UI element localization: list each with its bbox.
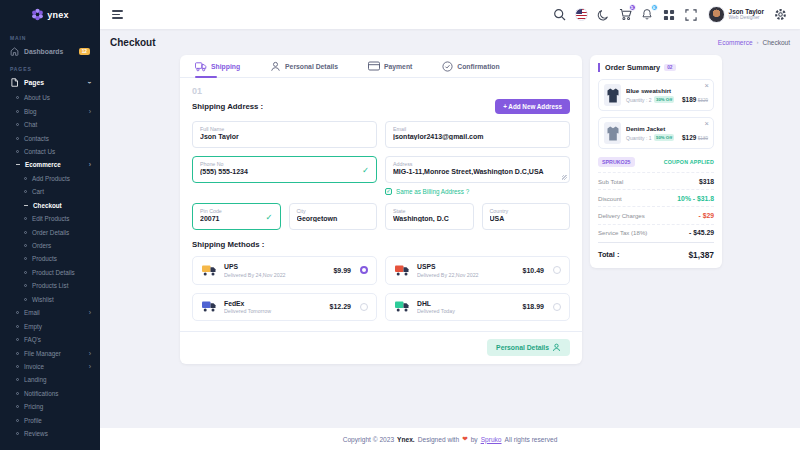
add-new-address-button[interactable]: + Add New Address xyxy=(495,99,570,114)
dark-mode-moon-icon[interactable] xyxy=(596,7,611,22)
radio-button[interactable] xyxy=(553,303,561,311)
sidebar-item-cart[interactable]: Cart xyxy=(0,185,100,198)
tab-payment[interactable]: Payment xyxy=(368,55,412,77)
tab-shipping[interactable]: Shipping xyxy=(195,55,240,77)
footer-by: by xyxy=(471,436,478,443)
sidebar-item-orders[interactable]: Orders xyxy=(0,239,100,252)
billing-address-checkbox[interactable]: ✓ Same as Billing Address ? xyxy=(385,188,570,195)
sidebar-item-landing[interactable]: Landing xyxy=(0,373,100,386)
page-header: Checkout Ecommerce › Checkout xyxy=(108,29,792,55)
pin-code-field[interactable]: Pin Code 20071 ✓ xyxy=(192,203,281,230)
product-quantity: Quantity : 2 xyxy=(626,97,652,103)
sidebar-item-label: Add Products xyxy=(32,175,70,182)
sidebar-item-invoice[interactable]: Invoice› xyxy=(0,360,100,373)
summary-row-discount: Discount10% - $31.8 xyxy=(598,189,714,206)
user-profile[interactable]: Json Taylor Web Designer xyxy=(708,6,764,23)
fullscreen-icon[interactable] xyxy=(684,7,699,22)
circle-bullet-icon xyxy=(16,150,19,153)
email-field[interactable]: Email jsontaylor2413@gmail.com xyxy=(385,121,570,148)
phone-field[interactable]: Phone No (555) 555-1234 ✓ xyxy=(192,156,377,183)
sidebar-item-label: Pages xyxy=(24,79,44,86)
circle-bullet-icon xyxy=(24,177,27,180)
remove-item-icon[interactable]: × xyxy=(705,120,709,128)
avatar xyxy=(708,6,725,23)
sidebar-item-notifications[interactable]: Notifications xyxy=(0,387,100,400)
sidebar-item-label: Checkout xyxy=(33,202,62,209)
shipping-method-dhl[interactable]: DHLDelivered Today$18.99 xyxy=(385,293,570,322)
shipping-methods-title: Shipping Methods : xyxy=(192,240,570,249)
method-price: $10.49 xyxy=(523,267,544,274)
shipping-address-title: Shipping Address : xyxy=(192,102,263,111)
order-item: Denim JacketQuantity : 150% Off$129$189× xyxy=(598,117,714,149)
hamburger-menu-icon[interactable] xyxy=(112,10,123,18)
us-flag-icon xyxy=(575,8,588,21)
radio-button[interactable] xyxy=(360,303,368,311)
person-icon xyxy=(270,61,281,72)
remove-item-icon[interactable]: × xyxy=(705,82,709,90)
cart-icon[interactable]: 5 xyxy=(618,7,633,22)
product-price: $129 xyxy=(682,134,696,141)
settings-gear-icon[interactable] xyxy=(773,7,788,22)
full-name-field[interactable]: Full Name Json Taylor xyxy=(192,121,377,148)
check-circle-icon xyxy=(442,61,453,72)
chevron-right-icon: › xyxy=(89,309,91,316)
radio-button[interactable] xyxy=(553,266,561,274)
discount-badge: 30% Off xyxy=(654,96,674,103)
summary-value: $318 xyxy=(699,178,714,185)
sidebar-item-edit-products[interactable]: Edit Products xyxy=(0,212,100,225)
sidebar-item-pages[interactable]: Pages › xyxy=(0,74,100,91)
sidebar-item-contacts[interactable]: Contacts xyxy=(0,131,100,144)
circle-bullet-icon xyxy=(24,244,27,247)
tab-personal-details[interactable]: Personal Details xyxy=(270,55,338,77)
sidebar-item-reviews[interactable]: Reviews xyxy=(0,427,100,440)
field-label: City xyxy=(297,208,370,214)
user-role: Web Designer xyxy=(729,15,764,21)
textarea-resize-handle[interactable] xyxy=(562,175,567,180)
sidebar-item-ecommerce[interactable]: Ecommerce› xyxy=(0,158,100,171)
notifications-bell-icon[interactable]: 6 xyxy=(640,7,655,22)
summary-value: - $29 xyxy=(699,212,715,219)
city-field[interactable]: City Georgetown xyxy=(289,203,378,230)
brand-logo[interactable]: ynex xyxy=(0,0,100,29)
state-field[interactable]: State Washington, D.C xyxy=(385,203,474,230)
sidebar-item-order-details[interactable]: Order Details xyxy=(0,225,100,238)
sidebar-item-products-list[interactable]: Products List xyxy=(0,279,100,292)
sidebar-item-file-manager[interactable]: File Manager› xyxy=(0,346,100,359)
sidebar-item-checkout[interactable]: Checkout xyxy=(0,199,100,212)
sidebar-item-add-products[interactable]: Add Products xyxy=(0,172,100,185)
sidebar-item-dashboards[interactable]: Dashboards 12 xyxy=(0,43,100,60)
address-form-grid: Full Name Json Taylor Email jsontaylor24… xyxy=(192,121,570,195)
sidebar-item-pricing[interactable]: Pricing xyxy=(0,400,100,413)
language-flag-icon[interactable] xyxy=(574,7,589,22)
shipping-method-fedex[interactable]: FedExDelivered Tomorrow$12.29 xyxy=(192,293,377,322)
sidebar-item-contact-us[interactable]: Contact Us xyxy=(0,145,100,158)
sidebar-item-product-details[interactable]: Product Details xyxy=(0,266,100,279)
sidebar-item-faq-s[interactable]: FAQ's xyxy=(0,333,100,346)
sidebar-item-wishlist[interactable]: Wishlist xyxy=(0,293,100,306)
search-icon[interactable] xyxy=(552,7,567,22)
sidebar-item-products[interactable]: Products xyxy=(0,252,100,265)
circle-bullet-icon xyxy=(24,257,27,260)
field-value: Json Taylor xyxy=(200,133,369,140)
apps-grid-icon[interactable] xyxy=(662,7,677,22)
sidebar-item-blog[interactable]: Blog› xyxy=(0,104,100,117)
footer-designer-link[interactable]: Spruko xyxy=(481,436,502,443)
radio-button[interactable] xyxy=(360,266,368,274)
breadcrumb-parent[interactable]: Ecommerce xyxy=(718,39,753,46)
tab-label: Personal Details xyxy=(285,63,338,70)
personal-details-next-button[interactable]: Personal Details xyxy=(487,339,570,356)
shipping-method-ups[interactable]: UPSDelivered By 24,Nov 2022$9.99 xyxy=(192,256,377,285)
sidebar-item-chat[interactable]: Chat xyxy=(0,118,100,131)
chevron-right-icon: › xyxy=(89,363,91,370)
sidebar-item-empty[interactable]: Empty xyxy=(0,319,100,332)
address-textarea[interactable]: Address MIG-1-11,Monroe Street,Washingto… xyxy=(385,156,570,183)
method-price: $9.99 xyxy=(333,267,351,274)
circle-bullet-icon xyxy=(16,392,19,395)
country-field[interactable]: Country USA xyxy=(482,203,571,230)
tab-confirmation[interactable]: Confirmation xyxy=(442,55,499,77)
sidebar-item-email[interactable]: Email› xyxy=(0,306,100,319)
sidebar-item-profile[interactable]: Profile xyxy=(0,414,100,427)
circle-bullet-icon xyxy=(24,231,27,234)
shipping-method-usps[interactable]: USPSDelivered By 22,Nov 2022$10.49 xyxy=(385,256,570,285)
sidebar-item-about-us[interactable]: About Us xyxy=(0,91,100,104)
